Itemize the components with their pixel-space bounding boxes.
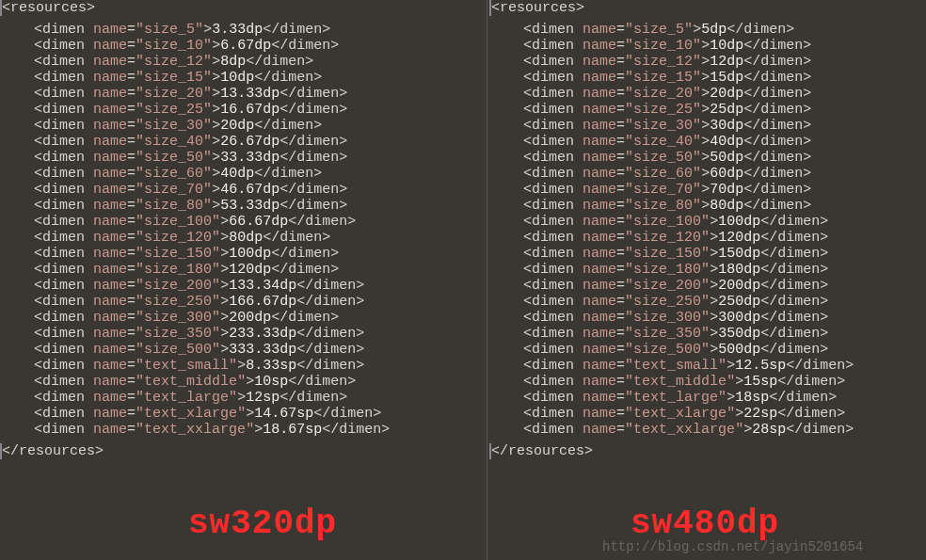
dimen-row: <dimen name="size_100">100dp</dimen>: [489, 214, 926, 230]
dimen-value: 40dp: [710, 134, 743, 150]
xml-root-open: <resources>: [0, 0, 489, 16]
dimen-value: 12.5sp: [735, 358, 786, 374]
dimen-value: 350dp: [718, 326, 760, 342]
dimen-name: size_180: [633, 262, 701, 278]
dimen-row: <dimen name="size_50">50dp</dimen>: [489, 150, 926, 166]
dimen-name: size_15: [633, 70, 693, 86]
dimen-name: text_xlarge: [633, 406, 726, 422]
dimen-row: <dimen name="size_180">180dp</dimen>: [489, 262, 926, 278]
dimen-row: <dimen name="size_40">40dp</dimen>: [489, 134, 926, 150]
dimen-row: <dimen name="text_xxlarge">18.67sp</dime…: [0, 422, 489, 438]
dimen-name: size_100: [633, 214, 701, 230]
dimen-value: 50dp: [710, 150, 743, 166]
dimen-value: 120dp: [718, 230, 760, 246]
dimen-value: 120dp: [229, 262, 271, 278]
dimen-name: size_12: [633, 54, 693, 70]
dimen-value: 8dp: [220, 54, 246, 70]
dimen-name: size_10: [144, 38, 203, 54]
dimen-name: size_40: [633, 134, 693, 150]
dimen-row: <dimen name="text_xlarge">22sp</dimen>: [489, 406, 926, 422]
dimen-value: 10dp: [220, 70, 254, 86]
dimen-value: 26.67dp: [220, 134, 279, 150]
dimen-row: <dimen name="size_70">46.67dp</dimen>: [0, 182, 489, 198]
dimen-name: size_80: [144, 198, 203, 214]
dimen-row: <dimen name="size_10">6.67dp</dimen>: [0, 38, 489, 54]
dimen-name: size_250: [633, 294, 701, 310]
dimen-name: size_80: [633, 198, 693, 214]
dimen-row: <dimen name="size_100">66.67dp</dimen>: [0, 214, 489, 230]
dimen-row: <dimen name="size_350">350dp</dimen>: [489, 326, 926, 342]
dimen-value: 10sp: [254, 374, 288, 390]
dimen-name: size_200: [633, 278, 701, 294]
overlay-label-left: sw320dp: [188, 516, 337, 532]
dimen-name: text_xxlarge: [144, 422, 246, 438]
dimen-row: <dimen name="size_50">33.33dp</dimen>: [0, 150, 489, 166]
dimen-row: <dimen name="size_20">13.33dp</dimen>: [0, 86, 489, 102]
dimen-row: <dimen name="size_40">26.67dp</dimen>: [0, 134, 489, 150]
dimen-value: 500dp: [718, 342, 760, 358]
dimen-name: size_120: [633, 230, 701, 246]
dimen-value: 66.67dp: [229, 214, 288, 230]
dimen-value: 30dp: [710, 118, 743, 134]
dimen-name: text_small: [144, 358, 229, 374]
dimen-row: <dimen name="size_60">60dp</dimen>: [489, 166, 926, 182]
dimen-row: <dimen name="size_10">10dp</dimen>: [489, 38, 926, 54]
dimen-row: <dimen name="size_60">40dp</dimen>: [0, 166, 489, 182]
dimen-name: text_xlarge: [144, 406, 237, 422]
dimen-value: 200dp: [229, 310, 271, 326]
dimen-name: size_50: [144, 150, 203, 166]
dimen-row: <dimen name="size_300">200dp</dimen>: [0, 310, 489, 326]
dimen-row: <dimen name="size_25">16.67dp</dimen>: [0, 102, 489, 118]
dimen-row: <dimen name="size_80">80dp</dimen>: [489, 198, 926, 214]
dimen-row: <dimen name="size_12">12dp</dimen>: [489, 54, 926, 70]
dimen-name: size_30: [633, 118, 693, 134]
dimen-row: <dimen name="size_200">200dp</dimen>: [489, 278, 926, 294]
dimen-value: 80dp: [710, 198, 743, 214]
dimen-name: size_350: [144, 326, 212, 342]
dimen-row: <dimen name="size_500">500dp</dimen>: [489, 342, 926, 358]
dimen-value: 53.33dp: [220, 198, 279, 214]
dimen-name: size_150: [633, 246, 701, 262]
dimen-value: 60dp: [710, 166, 743, 182]
dimen-name: size_300: [144, 310, 212, 326]
dimen-value: 16.67dp: [220, 102, 279, 118]
dimen-row: <dimen name="size_200">133.34dp</dimen>: [0, 278, 489, 294]
dimen-name: size_500: [144, 342, 212, 358]
dimen-name: size_10: [633, 38, 693, 54]
dimen-name: size_40: [144, 134, 203, 150]
dimen-row: <dimen name="size_5">3.33dp</dimen>: [0, 22, 489, 38]
dimen-row: <dimen name="text_middle">15sp</dimen>: [489, 374, 926, 390]
dimen-name: size_180: [144, 262, 212, 278]
dimen-value: 6.67dp: [220, 38, 271, 54]
dimen-value: 18sp: [735, 390, 769, 406]
dimen-name: size_100: [144, 214, 212, 230]
dimen-name: size_70: [633, 182, 693, 198]
dimen-name: text_xxlarge: [633, 422, 735, 438]
dimen-row: <dimen name="size_30">20dp</dimen>: [0, 118, 489, 134]
overlay-label-right: sw480dp: [631, 516, 779, 532]
dimen-value: 33.33dp: [220, 150, 279, 166]
dimen-name: size_60: [144, 166, 203, 182]
dimen-value: 25dp: [710, 102, 743, 118]
dimen-name: size_60: [633, 166, 693, 182]
dimen-value: 80dp: [229, 230, 263, 246]
dimen-value: 150dp: [718, 246, 760, 262]
dimen-row: <dimen name="size_120">80dp</dimen>: [0, 230, 489, 246]
dimen-name: size_50: [633, 150, 693, 166]
xml-root-close: </resources>: [489, 443, 926, 459]
dimen-name: size_350: [633, 326, 701, 342]
dimen-value: 40dp: [220, 166, 254, 182]
pane-separator: [487, 0, 487, 560]
dimen-value: 200dp: [718, 278, 760, 294]
dimen-name: size_500: [633, 342, 701, 358]
dimen-name: size_30: [144, 118, 203, 134]
dimen-value: 250dp: [718, 294, 760, 310]
dimen-value: 14.67sp: [254, 406, 313, 422]
dimen-row: <dimen name="size_20">20dp</dimen>: [489, 86, 926, 102]
dimen-name: size_5: [144, 22, 195, 38]
dimen-row: <dimen name="text_large">18sp</dimen>: [489, 390, 926, 406]
dimen-row: <dimen name="size_250">166.67dp</dimen>: [0, 294, 489, 310]
dimen-value: 3.33dp: [212, 22, 263, 38]
right-pane: <resources><dimen name="size_5">5dp</dim…: [489, 0, 926, 459]
dimen-name: size_250: [144, 294, 212, 310]
